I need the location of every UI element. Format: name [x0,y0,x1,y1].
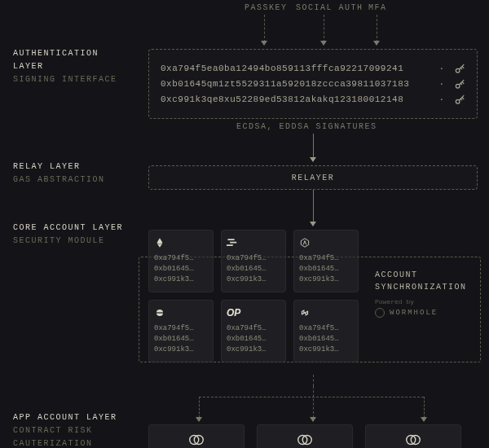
key-hash: 0xc991k3qe8xu52289ed53812akakq1231800121… [161,92,435,108]
passkey-label: PASSKEY [244,3,288,12]
chain-addr: 0xb01645… [227,334,280,345]
chain-addr: 0xc991k3… [154,345,208,355]
app-sub2: CAUTERIZATION [13,437,117,448]
chain-addr: 0xc991k3… [299,275,353,285]
solana-icon [227,235,280,250]
connector-dash [199,397,200,418]
svg-rect-5 [227,244,233,246]
relay-subtitle: GAS ABSTRACTION [13,173,105,187]
chain-addr: 0xc991k3… [154,275,208,285]
connector-dash [313,386,314,418]
app-icon [296,431,314,448]
signature-label: ECDSA, EDDSA SIGNATURES [236,122,377,131]
chain-addr: 0xb01645… [299,264,353,275]
arrow-down-icon [310,222,316,226]
chain-addr: 0xa794f5… [227,253,280,264]
arrow-down-icon [310,417,316,422]
chain-addr: 0xb01645… [154,334,208,345]
connector-dash [424,397,425,418]
chain-addr: 0xa794f5… [154,323,208,334]
chain-grid: 0xa794f5… 0xb01645… 0xc991k3… 0xa794f5… … [148,230,359,362]
chain-addr: 0xa794f5… [227,323,280,334]
connector-dash [313,375,314,386]
app-icon [404,431,422,448]
svg-rect-7 [156,312,163,313]
chain-card-generic: 0xa794f5… 0xb01645… 0xc991k3… [148,300,214,362]
signing-key-row: 0xa794f5ea0ba12494bo859113fffca922170992… [161,61,465,77]
account-sync-block: ACCOUNT SYNCHRONIZATION Powered by WORMH… [375,269,473,318]
app-title: APP ACCOUNT LAYER [13,411,117,424]
chain-addr: 0xc991k3… [227,345,280,355]
arrow-down-icon [261,41,267,46]
optimism-icon: OP [227,305,280,320]
app-sub1: CONTRACT RISK [13,424,117,437]
core-subtitle: SECURITY MODULE [13,235,123,248]
auth-title2: LAYER [13,60,117,73]
svg-point-1 [456,84,460,88]
relayer-panel: RELAYER [148,165,478,190]
sync-title-1: ACCOUNT [375,269,473,281]
key-hash: 0xb01645qm1zt5529311a592018zccca39811037… [161,77,435,92]
signing-key-row: 0xb01645qm1zt5529311a592018zccca39811037… [161,77,465,92]
app-layer-header: APP ACCOUNT LAYER CONTRACT RISK CAUTERIZ… [13,411,117,448]
app-account-card [148,424,244,448]
connector-solid [313,134,314,158]
chain-addr: 0xb01645… [154,264,208,275]
connector-dash [324,15,324,42]
svg-rect-4 [230,242,237,244]
svg-point-0 [456,68,460,72]
key-icon [454,79,465,90]
chain-card-arbitrum: 0xa794f5… 0xb01645… 0xc991k3… [293,230,359,292]
arrow-down-icon [373,41,380,46]
auth-subtitle: SIGNING INTERFACE [13,73,117,86]
chain-card-ethereum: 0xa794f5… 0xb01645… 0xc991k3… [148,230,214,292]
mfa-label: MFA [368,3,387,12]
connector-dash [377,15,377,42]
generic-chain-icon [154,305,208,320]
chain-card-optimism: OP 0xa794f5… 0xb01645… 0xc991k3… [221,300,286,362]
arrow-down-icon [310,157,316,162]
chain-addr: 0xa794f5… [299,323,353,334]
auth-title: AUTHENTICATION [13,47,117,60]
key-hash: 0xa794f5ea0ba12494bo859113fffca922170992… [161,61,435,77]
social-auth-label: SOCIAL AUTH [296,3,363,12]
powered-by-label: Powered by [375,298,473,305]
arrow-down-icon [196,417,202,422]
core-layer-header: CORE ACCOUNT LAYER SECURITY MODULE [13,222,123,248]
key-icon [454,64,465,75]
auth-layer-header: AUTHENTICATION LAYER SIGNING INTERFACE [13,47,117,86]
chain-addr: 0xa794f5… [154,253,208,264]
chain-addr: 0xb01645… [299,334,353,345]
relay-layer-header: RELAY LAYER GAS ABSTRACTION [13,160,105,187]
svg-point-2 [456,99,460,103]
chain-addr: 0xa794f5… [299,253,353,264]
signing-key-row: 0xc991k3qe8xu52289ed53812akakq1231800121… [161,92,465,108]
wormhole-branding: WORMHOLE [375,308,473,318]
app-account-card [365,424,461,448]
app-account-row [148,424,461,448]
wormhole-icon [375,308,385,318]
chain-addr: 0xb01645… [227,264,280,275]
svg-rect-3 [227,239,235,240]
polygon-icon [299,305,353,320]
arrow-down-icon [421,417,427,422]
signing-interface-panel: 0xa794f5ea0ba12494bo859113fffca922170992… [148,49,478,119]
connector-dash [264,15,265,42]
app-icon [187,431,205,448]
sync-title-2: SYNCHRONIZATION [375,281,473,293]
chain-card-polygon: 0xa794f5… 0xb01645… 0xc991k3… [293,300,359,362]
connector-solid [313,190,314,222]
arrow-down-icon [320,41,327,46]
key-icon [454,94,465,106]
chain-card-solana: 0xa794f5… 0xb01645… 0xc991k3… [221,230,286,292]
core-title: CORE ACCOUNT LAYER [13,222,123,235]
relay-title: RELAY LAYER [13,160,105,173]
relayer-label: RELAYER [292,173,335,182]
wormhole-label: WORMHOLE [390,309,438,317]
chain-addr: 0xc991k3… [299,345,353,355]
connector-dash-h [199,397,424,397]
arbitrum-icon [299,235,353,250]
app-account-card [257,424,353,448]
ethereum-icon [154,235,208,250]
chain-addr: 0xc991k3… [227,275,280,285]
